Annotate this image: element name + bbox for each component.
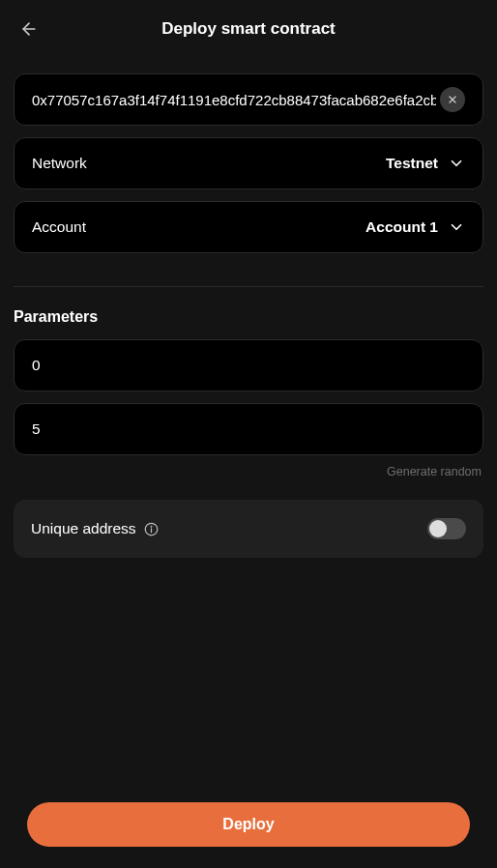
back-button[interactable] (17, 17, 41, 41)
account-label: Account (32, 218, 86, 236)
parameter-field-1[interactable]: 5 (14, 403, 483, 455)
network-label: Network (32, 155, 87, 172)
svg-point-5 (151, 526, 152, 527)
info-icon[interactable] (144, 522, 159, 536)
arrow-left-icon (19, 19, 39, 39)
contract-hash-field[interactable]: 0x77057c167a3f14f74f1191e8cfd722cb88473f… (14, 73, 483, 126)
unique-address-toggle[interactable] (427, 518, 466, 539)
chevron-down-icon (448, 218, 465, 236)
toggle-knob (429, 520, 447, 537)
network-select[interactable]: Network Testnet (14, 137, 483, 189)
network-value: Testnet (386, 155, 438, 172)
deploy-button[interactable]: Deploy (27, 802, 470, 847)
page-title: Deploy smart contract (161, 19, 336, 39)
close-icon (447, 94, 458, 105)
contract-hash-value: 0x77057c167a3f14f74f1191e8cfd722cb88473f… (32, 92, 436, 108)
clear-hash-button[interactable] (440, 87, 465, 112)
unique-address-label: Unique address (31, 520, 136, 537)
chevron-down-icon (448, 155, 465, 172)
account-select[interactable]: Account Account 1 (14, 201, 483, 253)
parameter-value: 0 (32, 357, 41, 374)
account-value: Account 1 (365, 218, 438, 236)
parameter-value: 5 (32, 420, 41, 438)
section-divider (14, 286, 483, 287)
parameters-title: Parameters (14, 308, 483, 326)
generate-random-link[interactable]: Generate random (14, 465, 483, 478)
parameter-field-0[interactable]: 0 (14, 339, 483, 391)
unique-address-row: Unique address (14, 500, 483, 558)
